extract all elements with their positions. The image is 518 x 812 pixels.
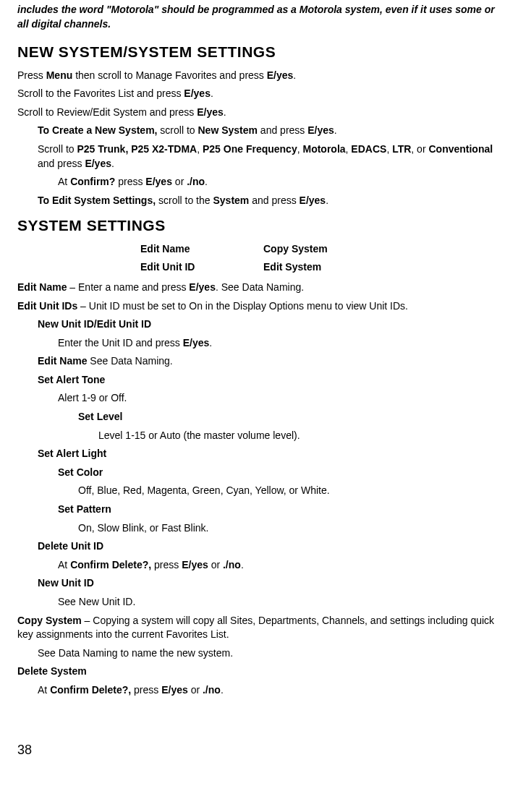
pattern-options: On, Slow Blink, or Fast Blink. [78,521,501,536]
see-new-unit-id: See New Unit ID. [58,595,501,610]
cell-copy-system: Copy System [263,242,328,257]
cell-edit-name: Edit Name [140,242,263,257]
step-edit-system-settings: To Edit System Settings, scroll to the S… [38,194,501,208]
edit-name-desc: Edit Name – Enter a name and press E/yes… [17,281,501,295]
set-alert-light: Set Alert Light [38,447,501,461]
see-data-naming: See Data Naming to name the new system. [38,646,501,661]
step-scroll-system-types: Scroll to P25 Trunk, P25 X2-TDMA, P25 On… [38,142,501,171]
heading-system-settings: SYSTEM SETTINGS [17,215,501,236]
set-pattern: Set Pattern [58,503,501,517]
delete-system: Delete System [17,664,501,679]
step-press-menu: Press Menu then scroll to Manage Favorit… [17,69,501,83]
settings-table: Edit Name Copy System Edit Unit ID Edit … [140,242,501,275]
heading-new-system: NEW SYSTEM/SYSTEM SETTINGS [17,41,501,62]
alert-range: Alert 1-9 or Off. [58,391,501,406]
copy-system-desc: Copy System – Copying a system will copy… [17,614,501,642]
page-content: includes the word "Motorola" should be p… [0,3,518,774]
step-scroll-favorites: Scroll to the Favorites List and press E… [17,87,501,101]
color-options: Off, Blue, Red, Magenta, Green, Cyan, Ye… [78,484,501,498]
cell-edit-unit-id: Edit Unit ID [140,260,263,275]
intro-note: includes the word "Motorola" should be p… [17,3,501,31]
delete-unit-id: Delete Unit ID [38,539,501,554]
cell-edit-system: Edit System [263,260,321,275]
set-color: Set Color [58,466,501,480]
table-row: Edit Name Copy System [140,242,501,257]
step-create-new-system: To Create a New System, scroll to New Sy… [38,124,501,138]
page-number: 38 [17,741,501,759]
edit-name-ref: Edit Name See Data Naming. [38,354,501,369]
set-level: Set Level [78,410,501,424]
new-unit-id-heading: New Unit ID/Edit Unit ID [38,317,501,332]
confirm-delete-unit: At Confirm Delete?, press E/yes or ./no. [58,558,501,573]
step-scroll-review: Scroll to Review/Edit System and press E… [17,106,501,120]
edit-unit-ids-desc: Edit Unit IDs – Unit ID must be set to O… [17,299,501,314]
new-unit-id-2: New Unit ID [38,576,501,591]
enter-unit-id: Enter the Unit ID and press E/yes. [58,336,501,351]
confirm-delete-system: At Confirm Delete?, press E/yes or ./no. [38,683,501,698]
table-row: Edit Unit ID Edit System [140,260,501,275]
step-confirm: At Confirm? press E/yes or ./no. [58,175,501,189]
level-range: Level 1-15 or Auto (the master volume le… [98,429,501,443]
set-alert-tone: Set Alert Tone [38,373,501,388]
